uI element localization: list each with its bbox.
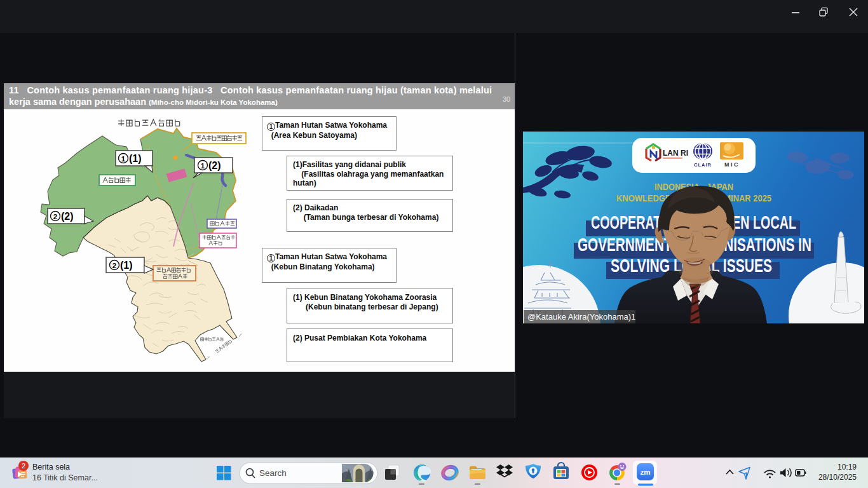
svg-text:(2): (2) xyxy=(61,211,74,222)
svg-text:MIC: MIC xyxy=(724,161,740,168)
svg-text:LAN RI: LAN RI xyxy=(663,149,688,158)
svg-text:2: 2 xyxy=(53,213,57,220)
svg-text:Search: Search xyxy=(259,468,287,478)
svg-text:1: 1 xyxy=(201,162,205,170)
svg-text:(1): (1) xyxy=(129,153,142,164)
svg-text:CLAIR: CLAIR xyxy=(694,162,712,168)
svg-text:(2): (2) xyxy=(208,160,221,171)
svg-text:(1): (1) xyxy=(120,260,133,271)
svg-text:2: 2 xyxy=(22,462,25,470)
svg-text:1: 1 xyxy=(121,155,126,163)
svg-text:zm: zm xyxy=(641,468,651,476)
svg-text:@Katauke Akira(Yokohama)1: @Katauke Akira(Yokohama)1 xyxy=(527,312,635,322)
svg-text:2: 2 xyxy=(112,262,116,269)
